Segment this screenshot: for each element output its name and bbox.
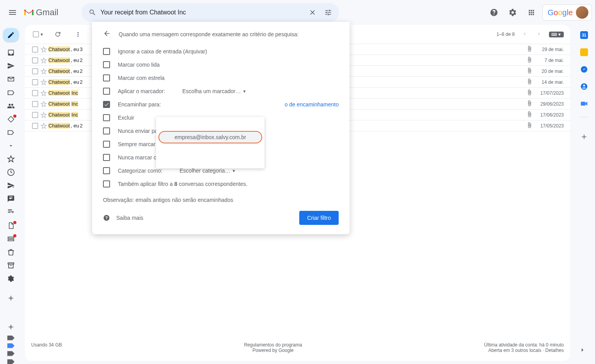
dropdown-item-blurred-3[interactable] — [156, 154, 265, 165]
sidebar-contacts[interactable] — [5, 101, 17, 111]
filter-label-checkbox[interactable] — [103, 88, 110, 95]
sidebar-snoozed[interactable] — [5, 167, 17, 178]
sidebar-starred[interactable] — [5, 154, 17, 164]
row-checkbox[interactable] — [31, 101, 39, 107]
sidebar-label1[interactable] — [5, 87, 17, 98]
label-tag-blue-icon[interactable] — [7, 343, 15, 348]
filter-back-button[interactable] — [103, 30, 111, 39]
filter-always-important-checkbox[interactable] — [103, 141, 110, 148]
clock-icon — [7, 168, 15, 176]
filter-never-spam-checkbox[interactable] — [103, 127, 110, 134]
label-tag-gray3-icon[interactable] — [7, 359, 15, 364]
sidebar-labels[interactable] — [5, 127, 17, 138]
row-star[interactable] — [39, 46, 48, 53]
row-checkbox[interactable] — [31, 112, 39, 118]
keep-app[interactable] — [580, 48, 588, 56]
filter-archive-checkbox[interactable] — [103, 48, 110, 55]
refresh-button[interactable] — [50, 27, 66, 42]
filter-label-select[interactable]: Escolha um marcador…▼ — [182, 88, 246, 94]
label-tag-gray-icon[interactable] — [7, 336, 15, 340]
program-policies-link[interactable]: Regulamentos do programa — [244, 342, 302, 348]
more-button[interactable] — [70, 27, 86, 42]
select-all-checkbox[interactable]: ▼ — [31, 30, 45, 39]
row-star[interactable] — [39, 122, 48, 129]
row-star[interactable] — [39, 111, 48, 118]
sidebar-create[interactable] — [5, 293, 17, 304]
label-tag-gray2-icon[interactable] — [7, 351, 15, 356]
sidebar-new-label[interactable] — [5, 322, 17, 332]
row-checkbox[interactable] — [31, 123, 39, 129]
calendar-app[interactable]: 31 — [580, 31, 588, 39]
row-star[interactable] — [39, 57, 48, 64]
row-star[interactable] — [39, 79, 48, 86]
scheduled-icon — [7, 182, 15, 189]
filter-forward-checkbox[interactable] — [103, 101, 110, 108]
search-input[interactable] — [100, 9, 305, 16]
filter-archive-label: Ignorar a caixa de entrada (Arquivar) — [118, 48, 207, 55]
sidebar-manage[interactable] — [5, 273, 17, 284]
filter-forward-link[interactable]: o de encaminhamento — [284, 101, 339, 108]
sidebar-sent[interactable] — [5, 60, 17, 71]
row-star[interactable] — [39, 101, 48, 108]
filter-delete-checkbox[interactable] — [103, 114, 110, 121]
main-menu-button[interactable] — [3, 3, 22, 22]
dropdown-item-blurred-1[interactable] — [156, 120, 265, 131]
row-checkbox[interactable] — [31, 79, 39, 85]
arrow-left-icon — [103, 30, 111, 37]
filter-categorize-checkbox[interactable] — [103, 167, 110, 174]
sidebar-drafts[interactable] — [5, 74, 17, 85]
sidebar-archive[interactable] — [5, 260, 17, 271]
row-checkbox[interactable] — [31, 68, 39, 74]
user-avatar[interactable] — [576, 6, 588, 19]
support-button[interactable] — [486, 5, 502, 20]
side-panel-toggle[interactable] — [575, 342, 590, 358]
filter-apply-existing-checkbox[interactable] — [103, 180, 110, 187]
clear-search-button[interactable] — [305, 5, 320, 20]
star-icon — [40, 111, 47, 118]
filter-learn-more[interactable]: ? Saiba mais — [103, 214, 143, 221]
row-checkbox[interactable] — [31, 90, 39, 96]
google-account-box[interactable]: Google — [542, 4, 592, 21]
search-options-button[interactable] — [320, 5, 336, 20]
gmail-logo[interactable]: Gmail — [23, 7, 58, 18]
sidebar-doc[interactable] — [5, 220, 17, 231]
get-addons-button[interactable] — [580, 133, 588, 141]
sidebar-more[interactable] — [5, 140, 17, 151]
svg-text:?: ? — [105, 216, 108, 220]
sidebar-all[interactable] — [5, 233, 17, 244]
row-star[interactable] — [39, 90, 48, 97]
prev-page-button[interactable] — [519, 29, 529, 40]
sidebar-inbox[interactable] — [5, 47, 17, 58]
filter-categorize-select[interactable]: Escolher categoria…▼ — [179, 168, 236, 174]
dropdown-item-highlighted[interactable]: empresa@inbox.salvy.com.br — [158, 131, 262, 143]
filter-title: Quando uma mensagem corresponde exatamen… — [119, 31, 299, 37]
apps-button[interactable] — [524, 5, 539, 20]
row-checkbox[interactable] — [31, 57, 39, 64]
filter-star-checkbox[interactable] — [103, 74, 110, 81]
filter-never-important-checkbox[interactable] — [103, 154, 110, 161]
meet-app[interactable] — [580, 100, 588, 108]
compose-button[interactable] — [3, 28, 19, 42]
filter-categorize-label: Categorizar como: — [118, 168, 162, 174]
dropdown-item-blurred-2[interactable] — [156, 143, 265, 154]
search-button[interactable] — [85, 5, 100, 20]
sidebar-left — [0, 25, 22, 364]
next-page-button[interactable] — [534, 29, 544, 40]
sidebar-scheduled[interactable] — [5, 180, 17, 191]
sidebar-updates[interactable] — [5, 114, 17, 125]
row-star[interactable] — [39, 68, 48, 75]
attachment-icon — [526, 111, 533, 117]
filter-read-checkbox[interactable] — [103, 61, 110, 68]
sidebar-trash[interactable] — [5, 247, 17, 258]
details-link[interactable]: Aberta em 3 outros locais · Detalhes — [484, 348, 564, 353]
star-icon — [40, 101, 47, 108]
input-tools-button[interactable]: ⌨▼ — [549, 32, 564, 37]
row-checkbox[interactable] — [31, 46, 39, 53]
row-attachment-icon — [526, 111, 536, 118]
contacts-app[interactable] — [580, 83, 588, 90]
settings-button[interactable] — [505, 5, 520, 20]
sidebar-chats[interactable] — [5, 193, 17, 204]
sidebar-queue[interactable] — [5, 207, 17, 217]
tasks-app[interactable] — [580, 65, 588, 73]
create-filter-button[interactable]: Criar filtro — [299, 211, 339, 225]
